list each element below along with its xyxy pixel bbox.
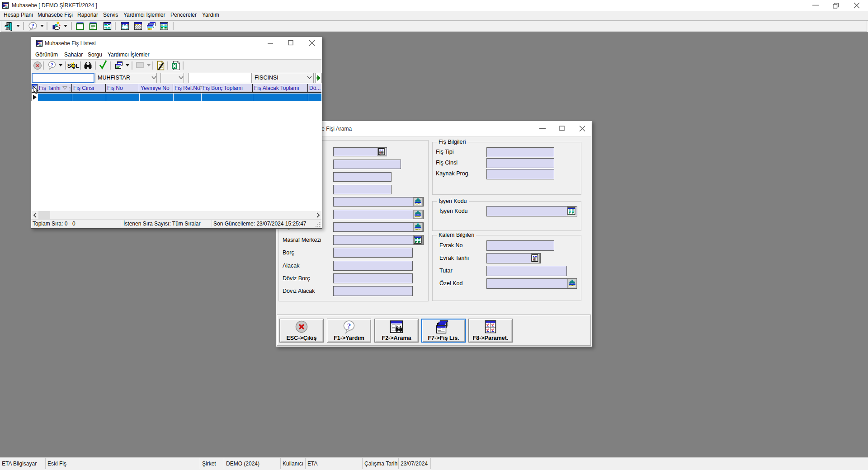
svg-text:SQL: SQL — [67, 62, 80, 69]
svg-text:?: ? — [32, 23, 34, 29]
svg-text:1: 1 — [69, 86, 71, 91]
svg-text:?: ? — [51, 62, 53, 67]
